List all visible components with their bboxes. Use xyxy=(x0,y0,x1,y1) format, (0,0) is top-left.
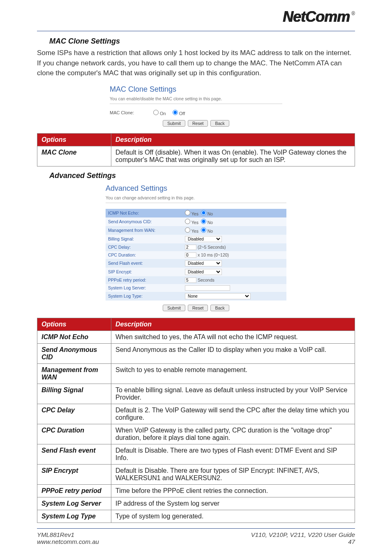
icmp-yes[interactable]: Yes xyxy=(185,211,198,216)
table-row: System Log ServerIP address of the Syste… xyxy=(37,497,355,510)
table-row: PPPoE retry periodTime before the PPPoE … xyxy=(37,484,355,497)
reset-button[interactable]: Reset xyxy=(188,305,208,311)
table-row: ICMP Not EchoWhen switched to yes, the A… xyxy=(37,331,355,343)
opt-cell: Management from WAN xyxy=(37,363,111,384)
mac-panel-title: MAC Clone Settings xyxy=(110,85,282,94)
cpcdr-label: CPC Duration: xyxy=(106,251,182,259)
top-rule xyxy=(37,31,355,31)
pppoe-label: PPPoE retry period: xyxy=(106,276,182,284)
adv-panel-title: Advanced Settings xyxy=(106,184,286,193)
opt-cell: Send Anonymous CID xyxy=(37,343,111,363)
table-row: CPC DurationWhen VoIP Gateway is the cal… xyxy=(37,424,355,444)
opt-cell: MAC Clone xyxy=(37,146,111,166)
no-label: No xyxy=(208,211,213,216)
opt-cell: System Log Server xyxy=(37,497,111,510)
slogt-label: System Log Type: xyxy=(106,292,182,301)
pppoe-input[interactable] xyxy=(185,278,196,283)
opt-cell: System Log Type xyxy=(37,510,111,523)
mwan-val: Yes No xyxy=(182,226,286,235)
mac-clone-desc-table: Options Description MAC Clone Default is… xyxy=(37,133,355,166)
mac-button-bar: Submit Reset Back xyxy=(110,120,282,127)
icmp-val: Yes No xyxy=(182,209,286,217)
footer-right: V110, V210P, V211, V220 User Guide 47 xyxy=(251,531,355,545)
advanced-panel: Advanced Settings You can change advance… xyxy=(106,184,286,311)
opt-cell: SIP Encrypt xyxy=(37,464,111,484)
slog-input[interactable] xyxy=(185,285,230,291)
advanced-section-heading: Advanced Settings xyxy=(49,171,355,180)
yes-label: Yes xyxy=(191,211,198,216)
table-row: CPC DelayDefault is 2. The VoIP Gateway … xyxy=(37,404,355,424)
opt-cell: Send Flash event xyxy=(37,444,111,464)
icmp-no[interactable]: No xyxy=(201,211,213,216)
mac-section-heading: MAC Clone Settings xyxy=(49,37,355,46)
pppoe-unit: Seconds xyxy=(198,278,214,282)
no-label: No xyxy=(208,220,213,225)
sip-label: SIP Encrypt: xyxy=(106,268,182,276)
logo: NetComm ® xyxy=(283,8,355,25)
desc-cell: Default is Off (disable). When it was On… xyxy=(111,146,355,166)
icmp-label: ICMP Not Echo: xyxy=(106,209,182,217)
mwan-yes[interactable]: Yes xyxy=(185,229,198,234)
submit-button[interactable]: Submit xyxy=(163,120,185,127)
panel-rule xyxy=(106,203,286,203)
mwan-no[interactable]: No xyxy=(201,229,213,234)
table-header-description: Description xyxy=(111,318,355,331)
desc-cell: Send Anonymous as the Caller ID to displ… xyxy=(111,343,355,363)
advanced-desc-table: Options Description ICMP Not EchoWhen sw… xyxy=(37,318,355,523)
mac-clone-label: MAC Clone: xyxy=(110,110,147,115)
flash-label: Send Flash event: xyxy=(106,259,182,268)
desc-cell: Time before the PPPoE client retries the… xyxy=(111,484,355,497)
mac-panel-sub: You can enable/disable the MAC clone set… xyxy=(110,96,282,101)
cid-no[interactable]: No xyxy=(201,220,213,225)
slog-label: System Log Server: xyxy=(106,284,182,292)
no-label: No xyxy=(208,229,213,234)
table-header-options: Options xyxy=(37,133,111,146)
table-row: SIP EncryptDefault is Disable. There are… xyxy=(37,464,355,484)
opt-cell: PPPoE retry period xyxy=(37,484,111,497)
bill-select[interactable]: Disabled xyxy=(185,236,222,242)
desc-cell: Default is Disable. There are four types… xyxy=(111,464,355,484)
cpcdr-input[interactable] xyxy=(185,252,196,258)
slogt-select[interactable]: None xyxy=(185,293,251,299)
desc-cell: IP address of the System log server xyxy=(111,497,355,510)
mac-section-body: Some ISPs have a restriction that allows… xyxy=(37,48,355,79)
logo-text: NetComm xyxy=(283,8,350,25)
panel-rule xyxy=(110,104,282,104)
desc-cell: Default is Disable. There are two types … xyxy=(111,444,355,464)
opt-cell: CPC Delay xyxy=(37,404,111,424)
footer-left: YML881Rev1 www.netcomm.com.au xyxy=(37,531,99,545)
cid-val: Yes No xyxy=(182,217,286,226)
footer-url: www.netcomm.com.au xyxy=(37,538,99,545)
table-row: System Log TypeType of system log genera… xyxy=(37,510,355,523)
bill-label: Billing Signal: xyxy=(106,235,182,243)
cpcdr-unit: x 10 ms (0~120) xyxy=(198,252,229,257)
mac-clone-on[interactable]: On xyxy=(153,110,166,116)
adv-panel-sub: You can change advanced setting in this … xyxy=(106,195,286,200)
flash-select[interactable]: Disabled xyxy=(185,260,222,266)
mac-clone-row: MAC Clone: On Off xyxy=(110,110,282,116)
table-header-options: Options xyxy=(37,318,111,331)
table-row: Management from WANSwitch to yes to enab… xyxy=(37,363,355,384)
table-row: Billing SignalTo enable billing signal. … xyxy=(37,384,355,404)
submit-button[interactable]: Submit xyxy=(163,305,185,311)
page-number: 47 xyxy=(348,538,355,545)
adv-settings-table: ICMP Not Echo: Yes No Send Anonymous CID… xyxy=(106,209,286,301)
back-button[interactable]: Back xyxy=(210,120,229,127)
off-label: Off xyxy=(179,111,185,116)
desc-cell: Switch to yes to enable remote managemen… xyxy=(111,363,355,384)
cpcd-input[interactable] xyxy=(185,245,196,250)
desc-cell: Default is 2. The VoIP Gateway will send… xyxy=(111,404,355,424)
reset-button[interactable]: Reset xyxy=(188,120,208,127)
desc-cell: Type of system log generated. xyxy=(111,510,355,523)
opt-cell: CPC Duration xyxy=(37,424,111,444)
table-row: Send Flash eventDefault is Disable. Ther… xyxy=(37,444,355,464)
sip-select[interactable]: Disabled xyxy=(185,269,222,275)
mac-clone-off[interactable]: Off xyxy=(173,110,185,116)
desc-cell: To enable billing signal. Leave as defau… xyxy=(111,384,355,404)
cid-yes[interactable]: Yes xyxy=(185,220,198,225)
registered-icon: ® xyxy=(351,11,355,16)
mac-clone-panel: MAC Clone Settings You can enable/disabl… xyxy=(110,85,282,127)
yes-label: Yes xyxy=(191,220,198,225)
cpcd-unit: (2~5 Seconds) xyxy=(198,245,226,250)
back-button[interactable]: Back xyxy=(210,305,229,311)
